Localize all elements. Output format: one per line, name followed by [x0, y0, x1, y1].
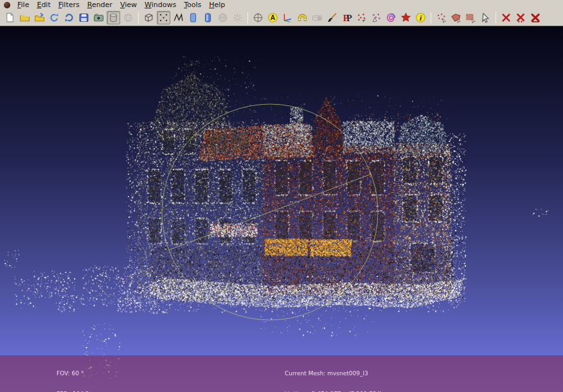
toolbar-separator: [431, 12, 431, 24]
reload-all-icon[interactable]: [62, 11, 76, 24]
export-mesh-icon[interactable]: [77, 11, 91, 24]
menu-edit[interactable]: Edit: [33, 0, 54, 10]
menu-view[interactable]: View: [116, 0, 141, 10]
menubar: FileEditFiltersRenderViewWindowsToolsHel…: [0, 0, 563, 10]
open-project-icon[interactable]: [18, 11, 31, 24]
import-mesh-icon[interactable]: [33, 11, 46, 24]
select-faces-rect-icon[interactable]: [464, 11, 478, 24]
menu-help[interactable]: Help: [205, 0, 229, 10]
toolbar-separator: [496, 12, 496, 24]
menu-tools[interactable]: Tools: [180, 0, 205, 10]
snapshot-icon[interactable]: [92, 11, 105, 24]
render-wireframe-icon[interactable]: [172, 11, 185, 24]
render-points-icon[interactable]: [157, 11, 170, 24]
delete-selected-faces-icon[interactable]: [514, 11, 528, 24]
viewport-3d[interactable]: FOV: 60 ° FPS: 104.2 BO_RENDERING Curren…: [0, 26, 563, 392]
select-faces-icon[interactable]: [449, 11, 463, 24]
menu-render[interactable]: Render: [84, 0, 116, 10]
point-edit-icon[interactable]: [355, 11, 368, 24]
toolbar-separator: [247, 12, 248, 24]
menubar-items: FileEditFiltersRenderViewWindowsToolsHel…: [13, 0, 229, 10]
menu-file[interactable]: File: [13, 0, 33, 10]
select-vertices-icon[interactable]: [434, 11, 448, 24]
z-painting-icon[interactable]: [325, 11, 339, 24]
app-icon: [4, 2, 10, 8]
toolbar-separator: [138, 12, 139, 24]
menu-filters[interactable]: Filters: [55, 0, 84, 10]
menu-windows[interactable]: Windows: [141, 0, 180, 10]
render-smooth-icon[interactable]: [201, 11, 215, 24]
ambient-occlusion-icon[interactable]: A: [266, 11, 280, 24]
show-layers-icon[interactable]: [107, 11, 120, 24]
svg-text:P: P: [346, 13, 352, 23]
svg-text:A: A: [271, 14, 276, 21]
pick-points-icon[interactable]: PP: [340, 11, 353, 24]
reload-mesh-icon[interactable]: [48, 11, 61, 24]
render-bbox-icon[interactable]: [142, 11, 156, 24]
delete-selected-all-icon[interactable]: [529, 11, 542, 24]
quality-mapper-icon[interactable]: [384, 11, 398, 24]
toolbar: APPi: [0, 10, 563, 26]
new-project-icon[interactable]: [3, 11, 17, 24]
render-flat-icon[interactable]: [186, 11, 200, 24]
camera-projector-icon: [310, 11, 324, 24]
show-rasters-icon: [121, 11, 135, 24]
pointer-icon[interactable]: [479, 11, 492, 24]
meshlab-window: FileEditFiltersRenderViewWindowsToolsHel…: [0, 0, 563, 392]
render-texture-icon: [216, 11, 229, 24]
mesh-info-icon[interactable]: i: [414, 11, 427, 24]
magnet-snap-icon[interactable]: [296, 11, 309, 24]
filter-script-icon[interactable]: [399, 11, 413, 24]
render-shader-icon: [231, 11, 244, 24]
delete-selected-vertices-icon[interactable]: [499, 11, 513, 24]
trackball-toggle-icon[interactable]: [251, 11, 265, 24]
manipulator-icon[interactable]: [370, 11, 383, 24]
show-axis-icon[interactable]: [281, 11, 294, 24]
point-cloud-canvas[interactable]: [0, 26, 563, 392]
